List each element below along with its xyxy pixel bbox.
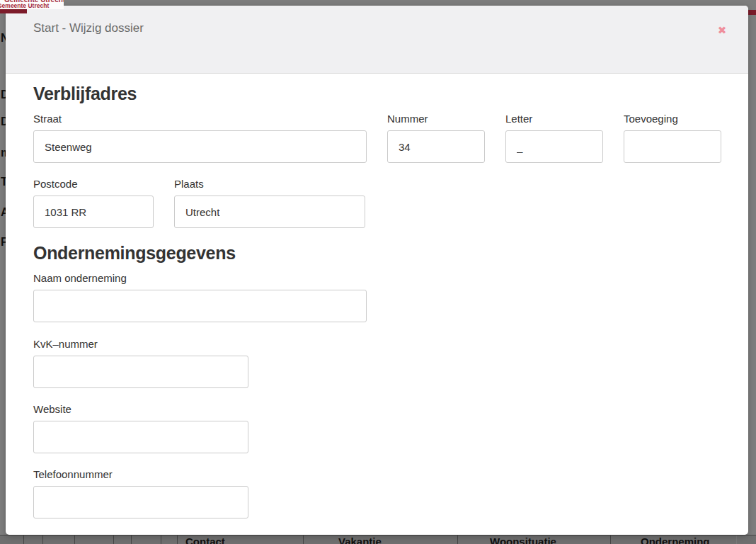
- field-letter: Letter: [505, 113, 603, 163]
- field-naam-onderneming: Naam onderneming: [33, 272, 721, 322]
- wijzig-dossier-dialog: Start - Wijzig dossier ✖ Verblijfadres S…: [6, 6, 748, 535]
- telefoonnummer-label: Telefoonnummer: [33, 468, 721, 480]
- dialog-header: Start - Wijzig dossier ✖: [6, 6, 748, 74]
- nummer-label: Nummer: [387, 113, 485, 125]
- field-toevoeging: Toevoeging: [624, 113, 721, 163]
- field-telefoonnummer: Telefoonnummer: [33, 468, 721, 518]
- brand-bar-right: [748, 10, 756, 15]
- gemeente-utrecht-logo: Gemeente Utrecht Gemeente Utrecht: [0, 0, 64, 9]
- straat-input[interactable]: [33, 130, 367, 163]
- address-row-2: Postcode Plaats: [33, 178, 721, 228]
- dialog-body: Verblijfadres Straat Nummer Letter Toevo…: [6, 74, 748, 518]
- address-row-1: Straat Nummer Letter Toevoeging: [33, 113, 721, 163]
- field-plaats: Plaats: [174, 178, 365, 228]
- nummer-input[interactable]: [387, 130, 485, 163]
- field-nummer: Nummer: [387, 113, 485, 163]
- website-input[interactable]: [33, 421, 248, 453]
- field-kvk-nummer: KvK–nummer: [33, 338, 721, 388]
- section-heading-ondernemingsgegevens: Ondernemingsgegevens: [33, 243, 721, 264]
- section-heading-verblijfadres: Verblijfadres: [33, 84, 721, 104]
- close-icon[interactable]: ✖: [713, 21, 731, 40]
- logo-text: Gemeente Utrecht: [0, 2, 49, 9]
- postcode-label: Postcode: [33, 178, 154, 190]
- toevoeging-label: Toevoeging: [624, 113, 721, 125]
- kvk-nummer-input[interactable]: [33, 356, 248, 388]
- website-label: Website: [33, 403, 721, 415]
- field-postcode: Postcode: [33, 178, 154, 228]
- postcode-input[interactable]: [33, 196, 154, 228]
- telefoonnummer-input[interactable]: [33, 486, 248, 518]
- brand-bar-left: [0, 9, 27, 13]
- naam-onderneming-label: Naam onderneming: [33, 272, 721, 284]
- plaats-input[interactable]: [174, 196, 365, 228]
- dialog-title: Start - Wijzig dossier: [33, 21, 144, 35]
- kvk-nummer-label: KvK–nummer: [33, 338, 721, 350]
- toevoeging-input[interactable]: [624, 130, 721, 163]
- field-website: Website: [33, 403, 721, 453]
- plaats-label: Plaats: [174, 178, 365, 190]
- naam-onderneming-input[interactable]: [33, 290, 367, 322]
- straat-label: Straat: [33, 113, 367, 125]
- letter-input[interactable]: [505, 130, 603, 163]
- field-straat: Straat: [33, 113, 367, 163]
- letter-label: Letter: [505, 113, 603, 125]
